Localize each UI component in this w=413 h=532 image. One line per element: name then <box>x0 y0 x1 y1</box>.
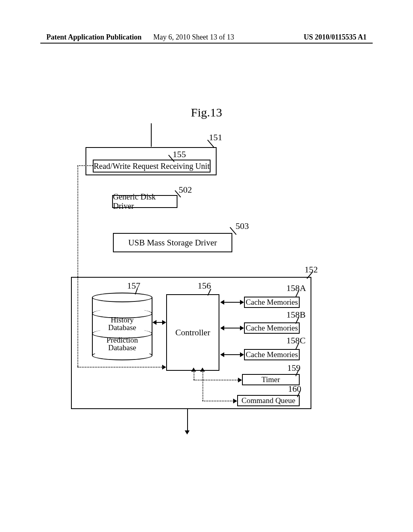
dotted-ctrl-timer-v <box>194 371 194 380</box>
arrowhead-158c-right <box>240 352 244 357</box>
ref-158a: 158A <box>286 283 306 293</box>
header-pub-label: Patent Application Publication <box>46 33 142 42</box>
arrowhead-dotted-into-ctrl <box>162 365 166 370</box>
header-date-sheet: May 6, 2010 Sheet 13 of 13 <box>153 33 234 42</box>
arrowhead-db-left <box>152 320 156 325</box>
arrowhead-dotted-timer <box>238 378 242 382</box>
arrow-ctrl-158a <box>223 302 241 303</box>
dotted-151-to-ctrl-h2 <box>77 367 163 368</box>
dotted-151-to-ctrl-v <box>77 165 78 367</box>
ref-157: 157 <box>127 281 140 291</box>
arrowhead-158a-right <box>240 300 244 305</box>
block-158b-cache: Cache Memories <box>244 322 300 334</box>
arrowhead-dotted-cmdq <box>233 399 237 403</box>
arrowhead-out-bottom <box>185 430 190 434</box>
figure-title: Fig.13 <box>0 106 413 119</box>
block-158c-cache: Cache Memories <box>244 349 300 360</box>
arrowhead-158c-left <box>220 352 224 357</box>
header-pubno: US 2010/0115535 A1 <box>304 33 367 42</box>
arrow-out-bottom <box>187 409 188 432</box>
arrow-ctrl-158c <box>223 354 241 355</box>
ref-159: 159 <box>287 363 300 373</box>
ref-156: 156 <box>198 281 211 291</box>
arrowhead-158a-left <box>220 300 224 305</box>
header-rule <box>40 43 373 44</box>
cylinder-top-ellipse <box>92 293 152 302</box>
block-157-database-cylinder: History Database Prediction Database <box>92 293 152 360</box>
cylinder-bottom-ellipse <box>92 351 152 360</box>
ref-151: 151 <box>209 132 222 143</box>
label-prediction-db: Prediction Database <box>92 336 152 351</box>
dotted-ctrl-cmdq-v <box>202 371 203 401</box>
block-158a-cache: Cache Memories <box>244 297 300 308</box>
ref-158c: 158C <box>286 335 306 346</box>
dotted-ctrl-timer-h <box>194 380 239 380</box>
ref-503: 503 <box>236 221 249 231</box>
arrowhead-db-right <box>162 320 166 325</box>
arrowhead-dotted-cmdq-up <box>200 368 205 372</box>
ref-502: 502 <box>179 185 192 195</box>
arrowhead-dotted-timer-up <box>191 368 196 372</box>
block-155-receiving-unit: Read/Write Request Receiving Unit <box>93 160 211 172</box>
dotted-151-to-ctrl-h1 <box>77 165 93 166</box>
label-history-db: History Database <box>92 316 152 331</box>
block-156-controller: Controller <box>166 294 219 371</box>
arrowhead-158b-left <box>220 326 224 330</box>
block-503-usb-driver: USB Mass Storage Driver <box>113 233 232 252</box>
arrowhead-158b-right <box>240 326 244 330</box>
ref-158b: 158B <box>286 310 306 320</box>
dotted-ctrl-cmdq-h <box>202 401 234 401</box>
block-160-command-queue: Command Queue <box>237 395 300 406</box>
ref-155: 155 <box>173 149 186 160</box>
arrow-in-top <box>151 123 152 147</box>
block-502-generic-driver: Generic Disk Driver <box>112 195 177 208</box>
arrow-ctrl-158b <box>223 328 241 328</box>
